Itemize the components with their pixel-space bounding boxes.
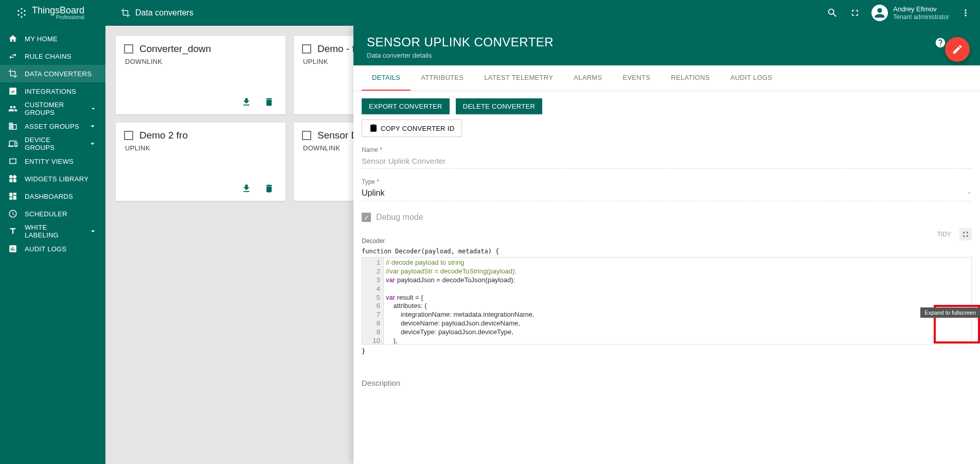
logo[interactable]: ThingsBoard Professional bbox=[0, 6, 105, 20]
edit-icon bbox=[952, 44, 963, 55]
sidebar-item-white-labeling[interactable]: WHITE LABELING bbox=[0, 222, 105, 240]
detail-tabs: DETAILSATTRIBUTESLATEST TELEMETRYALARMSE… bbox=[353, 65, 980, 91]
fullscreen-icon bbox=[850, 8, 860, 18]
avatar-icon bbox=[871, 5, 888, 21]
user-menu[interactable]: Andrey Efimov Tenant administrator bbox=[871, 5, 949, 21]
app-header: ThingsBoard Professional Data converters… bbox=[0, 0, 980, 26]
domain-icon bbox=[8, 122, 17, 131]
sidebar-item-audit-logs[interactable]: AUDIT LOGS bbox=[0, 240, 105, 257]
sidebar-item-widgets-library[interactable]: WIDGETS LIBRARY bbox=[0, 170, 105, 187]
chevron-down-icon bbox=[88, 139, 97, 148]
detail-body: EXPORT CONVERTER DELETE CONVERTER COPY C… bbox=[353, 91, 980, 464]
tab-details[interactable]: DETAILS bbox=[362, 65, 411, 91]
clipboard-icon bbox=[369, 124, 378, 132]
user-role: Tenant administrator bbox=[893, 13, 949, 21]
more-button[interactable] bbox=[959, 7, 972, 19]
card-checkbox[interactable] bbox=[124, 131, 133, 140]
name-label: Name * bbox=[362, 146, 972, 153]
card-checkbox[interactable] bbox=[124, 44, 133, 54]
detail-title: SENSOR UPLINK CONVERTER bbox=[367, 35, 935, 49]
tab-alarms[interactable]: ALARMS bbox=[563, 65, 612, 91]
code-editor[interactable]: 12345678910111213 // decode payload to s… bbox=[362, 257, 972, 345]
sidebar-item-my-home[interactable]: MY HOME bbox=[0, 30, 105, 47]
chevron-down-icon bbox=[90, 104, 97, 113]
sidebar-item-asset-groups[interactable]: ASSET GROUPS bbox=[0, 117, 105, 135]
fullscreen-button[interactable] bbox=[849, 7, 861, 19]
user-name: Andrey Efimov bbox=[893, 5, 949, 13]
crop-icon bbox=[8, 69, 17, 78]
detail-subtitle: Data converter details bbox=[367, 51, 935, 59]
download-icon[interactable] bbox=[241, 183, 252, 194]
sidebar-item-customer-groups[interactable]: CUSTOMER GROUPS bbox=[0, 100, 105, 117]
brand-edition: Professional bbox=[32, 15, 84, 20]
more-vert-icon bbox=[960, 8, 971, 18]
detail-panel: SENSOR UPLINK CONVERTER Data converter d… bbox=[353, 26, 980, 464]
tab-relations[interactable]: RELATIONS bbox=[661, 65, 720, 91]
sidebar-item-data-converters[interactable]: DATA CONVERTERS bbox=[0, 65, 105, 82]
code-body[interactable]: // decode payload to string//var payload… bbox=[384, 257, 971, 344]
card-checkbox[interactable] bbox=[302, 131, 311, 140]
schedule-icon bbox=[8, 209, 17, 218]
export-converter-button[interactable]: EXPORT CONVERTER bbox=[362, 98, 450, 114]
decoder-close: } bbox=[362, 348, 972, 355]
chevron-down-icon bbox=[967, 191, 972, 196]
download-icon[interactable] bbox=[241, 97, 252, 107]
widgets-icon bbox=[8, 174, 17, 183]
description-label: Description bbox=[362, 379, 972, 387]
type-label: Type * bbox=[362, 178, 972, 185]
sidebar-item-device-groups[interactable]: DEVICE GROUPS bbox=[0, 135, 105, 152]
home-icon bbox=[8, 34, 17, 43]
expand-tooltip: Expand to fullscreen bbox=[920, 307, 980, 318]
delete-converter-button[interactable]: DELETE CONVERTER bbox=[456, 98, 542, 114]
delete-icon[interactable] bbox=[264, 97, 274, 107]
swap-icon bbox=[8, 51, 17, 61]
page-title: Data converters bbox=[105, 8, 193, 18]
checkbox-checked-icon: ✓ bbox=[362, 213, 371, 222]
converter-card[interactable]: Demo 2 fro UPLINK bbox=[116, 123, 286, 201]
devices-icon bbox=[8, 139, 17, 148]
sidebar: MY HOMERULE CHAINSDATA CONVERTERSINTEGRA… bbox=[0, 26, 105, 464]
tidy-button[interactable]: TIDY bbox=[933, 229, 955, 240]
sidebar-item-entity-views[interactable]: ENTITY VIEWS bbox=[0, 152, 105, 170]
detail-header: SENSOR UPLINK CONVERTER Data converter d… bbox=[353, 26, 980, 65]
name-field[interactable]: Sensor Uplink Converter bbox=[362, 153, 972, 169]
delete-icon[interactable] bbox=[264, 183, 274, 194]
group-icon bbox=[8, 104, 17, 113]
input-icon bbox=[8, 87, 17, 96]
dashboard-icon bbox=[8, 192, 17, 201]
edit-fab[interactable] bbox=[945, 37, 970, 62]
tab-latest-telemetry[interactable]: LATEST TELEMETRY bbox=[474, 65, 563, 91]
search-button[interactable] bbox=[826, 7, 839, 19]
sidebar-item-scheduler[interactable]: SCHEDULER bbox=[0, 205, 105, 222]
card-type: DOWNLINK bbox=[125, 58, 277, 65]
code-gutter: 12345678910111213 bbox=[362, 257, 384, 344]
type-select[interactable]: Uplink bbox=[362, 185, 972, 201]
card-type: UPLINK bbox=[125, 144, 277, 152]
debug-mode-checkbox[interactable]: ✓ Debug mode bbox=[362, 213, 972, 222]
format-icon bbox=[8, 227, 17, 236]
decoder-signature: function Decoder(payload, metadata) { bbox=[362, 248, 972, 255]
tab-events[interactable]: EVENTS bbox=[612, 65, 661, 91]
card-checkbox[interactable] bbox=[302, 44, 311, 54]
view-icon bbox=[8, 157, 17, 166]
help-button[interactable] bbox=[935, 37, 946, 50]
brand-name: ThingsBoard bbox=[32, 6, 84, 15]
copy-converter-id-button[interactable]: COPY CONVERTER ID bbox=[362, 119, 462, 137]
tab-attributes[interactable]: ATTRIBUTES bbox=[411, 65, 474, 91]
fullscreen-icon bbox=[961, 230, 970, 238]
search-icon bbox=[827, 7, 838, 19]
sidebar-item-rule-chains[interactable]: RULE CHAINS bbox=[0, 47, 105, 65]
converter-card[interactable]: Converter_down DOWNLINK bbox=[116, 36, 286, 114]
chevron-down-icon bbox=[88, 122, 97, 131]
sidebar-item-integrations[interactable]: INTEGRATIONS bbox=[0, 82, 105, 100]
chevron-down-icon bbox=[88, 227, 97, 236]
expand-fullscreen-button[interactable] bbox=[959, 228, 972, 240]
logo-icon bbox=[15, 7, 28, 19]
card-title: Demo 2 fro bbox=[139, 130, 188, 141]
tab-audit-logs[interactable]: AUDIT LOGS bbox=[720, 65, 783, 91]
crop-icon bbox=[121, 8, 130, 18]
sidebar-item-dashboards[interactable]: DASHBOARDS bbox=[0, 187, 105, 205]
track-icon bbox=[8, 244, 17, 253]
help-icon bbox=[935, 37, 946, 48]
card-title: Converter_down bbox=[139, 43, 211, 55]
